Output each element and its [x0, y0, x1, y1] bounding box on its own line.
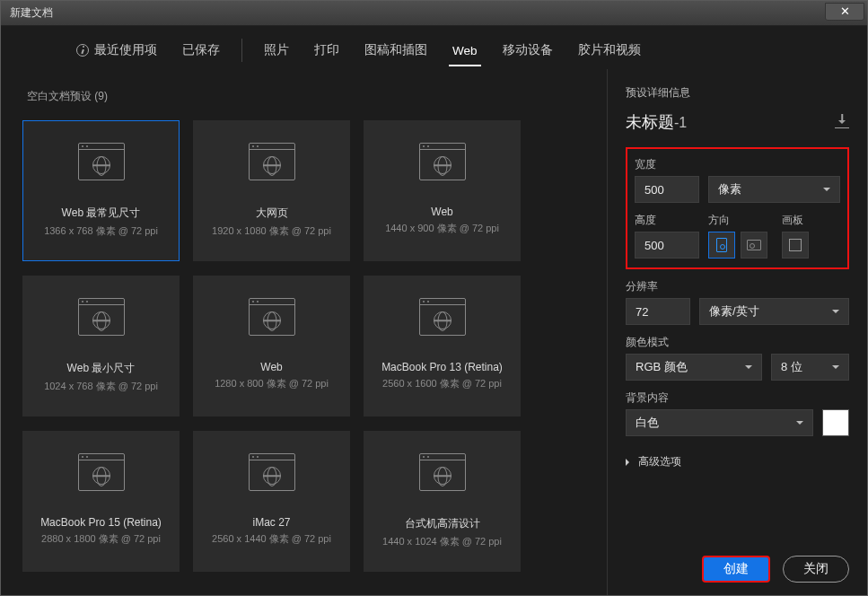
width-input[interactable]: 500 — [635, 176, 699, 203]
checkbox-icon — [789, 239, 802, 251]
clock-icon — [76, 44, 89, 57]
tab-photo[interactable]: 照片 — [241, 39, 302, 62]
portrait-icon — [716, 238, 727, 252]
preset-panel: 空白文档预设 (9) Web 最常见尺寸 1366 x 768 像素 @ 72 … — [1, 69, 607, 595]
web-document-icon — [419, 298, 466, 336]
triangle-right-icon — [626, 459, 633, 466]
orientation-label: 方向 — [708, 214, 767, 227]
chevron-down-icon — [745, 365, 752, 372]
web-document-icon — [78, 298, 125, 336]
orientation-landscape-button[interactable] — [741, 232, 767, 259]
tab-saved[interactable]: 已保存 — [170, 39, 232, 62]
document-name[interactable]: 未标题-1 — [626, 111, 687, 133]
category-tabs: 最近使用项 已保存 照片 打印 图稿和插图 Web 移动设备 胶片和视频 — [1, 26, 867, 69]
background-label: 背景内容 — [626, 391, 849, 405]
preset-card[interactable]: MacBook Pro 15 (Retina) 2880 x 1800 像素 @… — [22, 431, 180, 572]
preset-card[interactable]: MacBook Pro 13 (Retina) 2560 x 1600 像素 @… — [364, 276, 521, 416]
close-button[interactable]: 关闭 — [783, 556, 849, 583]
details-heading: 预设详细信息 — [626, 85, 849, 101]
web-document-icon — [419, 453, 466, 491]
landscape-icon — [747, 240, 761, 250]
color-mode-select[interactable]: RGB 颜色 — [626, 354, 762, 381]
tab-web[interactable]: Web — [440, 40, 490, 61]
chevron-down-icon — [796, 421, 803, 428]
color-mode-label: 颜色模式 — [626, 336, 849, 349]
tab-illustration[interactable]: 图稿和插图 — [352, 39, 440, 62]
resolution-unit-select[interactable]: 像素/英寸 — [699, 298, 849, 325]
tab-film[interactable]: 胶片和视频 — [566, 39, 653, 62]
preset-card[interactable]: Web 最小尺寸 1024 x 768 像素 @ 72 ppi — [22, 276, 180, 416]
web-document-icon — [249, 298, 295, 336]
preset-card[interactable]: Web 1440 x 900 像素 @ 72 ppi — [364, 120, 521, 261]
create-button[interactable]: 创建 — [702, 556, 770, 583]
chevron-down-icon — [832, 365, 839, 372]
bit-depth-select[interactable]: 8 位 — [771, 354, 849, 381]
resolution-input[interactable]: 72 — [626, 298, 690, 325]
titlebar: 新建文档 ✕ — [1, 1, 867, 26]
artboard-checkbox[interactable] — [782, 232, 809, 259]
dialog-footer: 创建 关闭 — [626, 538, 849, 583]
details-panel: 预设详细信息 未标题-1 宽度 500 像素 高度 500 — [607, 69, 867, 595]
web-document-icon — [249, 143, 295, 180]
unit-select[interactable]: 像素 — [708, 176, 840, 203]
height-input[interactable]: 500 — [635, 232, 699, 259]
highlight-dimensions: 宽度 500 像素 高度 500 方向 — [626, 147, 849, 269]
width-label: 宽度 — [635, 158, 840, 171]
tab-recent[interactable]: 最近使用项 — [64, 39, 170, 62]
web-document-icon — [78, 143, 125, 180]
preset-card[interactable]: iMac 27 2560 x 1440 像素 @ 72 ppi — [193, 431, 350, 572]
web-document-icon — [78, 453, 125, 491]
resolution-label: 分辨率 — [626, 280, 849, 294]
chevron-down-icon — [823, 188, 830, 195]
background-select[interactable]: 白色 — [626, 409, 813, 436]
download-preset-icon[interactable] — [835, 116, 849, 128]
new-document-dialog: 新建文档 ✕ 最近使用项 已保存 照片 打印 图稿和插图 Web 移动设备 胶片… — [0, 0, 868, 596]
window-title: 新建文档 — [10, 5, 53, 21]
window-close-button[interactable]: ✕ — [825, 3, 864, 21]
preset-grid: Web 最常见尺寸 1366 x 768 像素 @ 72 ppi 大网页 192… — [22, 120, 585, 572]
preset-card[interactable]: 大网页 1920 x 1080 像素 @ 72 ppi — [193, 120, 350, 261]
height-label: 高度 — [635, 214, 699, 227]
preset-card[interactable]: Web 最常见尺寸 1366 x 768 像素 @ 72 ppi — [22, 120, 180, 261]
advanced-options-toggle[interactable]: 高级选项 — [626, 454, 849, 469]
tab-print[interactable]: 打印 — [302, 39, 352, 62]
web-document-icon — [419, 143, 466, 180]
orientation-portrait-button[interactable] — [708, 232, 735, 259]
preset-card[interactable]: Web 1280 x 800 像素 @ 72 ppi — [193, 276, 350, 416]
preset-card[interactable]: 台式机高清设计 1440 x 1024 像素 @ 72 ppi — [364, 431, 521, 572]
chevron-down-icon — [832, 310, 839, 317]
background-color-swatch[interactable] — [822, 409, 849, 436]
artboard-label: 画板 — [782, 214, 809, 227]
web-document-icon — [249, 453, 295, 491]
tab-mobile[interactable]: 移动设备 — [490, 39, 566, 62]
presets-heading: 空白文档预设 (9) — [27, 89, 585, 104]
